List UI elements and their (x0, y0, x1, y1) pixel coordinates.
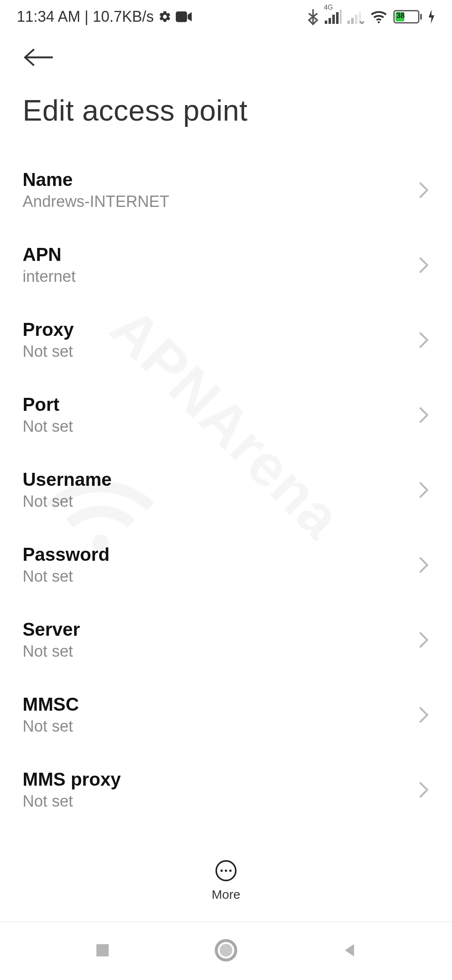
svg-rect-7 (347, 21, 350, 24)
svg-point-14 (221, 869, 223, 872)
item-value: Not set (23, 567, 110, 585)
more-label: More (212, 887, 240, 902)
item-label: APN (23, 244, 76, 265)
item-value: Not set (23, 418, 73, 436)
svg-rect-17 (96, 944, 108, 956)
wifi-icon (370, 10, 388, 24)
item-username[interactable]: Username Not set (23, 452, 429, 527)
item-port[interactable]: Port Not set (23, 377, 429, 452)
item-label: Username (23, 469, 112, 490)
item-name[interactable]: Name Andrews-INTERNET (23, 152, 429, 227)
svg-point-15 (225, 869, 227, 872)
svg-point-16 (229, 869, 232, 872)
chevron-right-icon (418, 631, 429, 649)
arrow-left-icon (23, 46, 55, 69)
item-mms-proxy[interactable]: MMS proxy Not set (23, 752, 429, 827)
chevron-right-icon (418, 781, 429, 799)
item-password[interactable]: Password Not set (23, 527, 429, 602)
item-label: Port (23, 394, 73, 415)
svg-rect-9 (355, 15, 357, 24)
svg-rect-4 (332, 15, 335, 24)
status-bar: 11:34 AM | 10.7KB/s 4G 38 (0, 0, 452, 34)
svg-rect-2 (325, 21, 327, 24)
svg-rect-3 (329, 18, 331, 24)
svg-rect-6 (340, 10, 342, 24)
item-value: Not set (23, 717, 79, 735)
chevron-right-icon (418, 406, 429, 424)
chevron-right-icon (418, 481, 429, 499)
nav-home-button[interactable] (214, 939, 238, 964)
camera-icon (176, 10, 192, 23)
nav-recents-button[interactable] (93, 941, 112, 961)
chevron-right-icon (418, 181, 429, 199)
svg-rect-5 (336, 12, 339, 24)
android-nav-bar (0, 921, 452, 980)
item-mmsc[interactable]: MMSC Not set (23, 677, 429, 752)
circle-icon (214, 939, 238, 962)
item-value: internet (23, 268, 76, 286)
item-value: Not set (23, 493, 112, 511)
signal-4g-icon: 4G (325, 10, 342, 24)
status-time: 11:34 AM (17, 8, 80, 26)
bluetooth-icon (307, 8, 319, 25)
back-button[interactable] (23, 46, 55, 69)
item-value: Not set (23, 642, 80, 660)
item-label: Password (23, 544, 110, 565)
chevron-right-icon (418, 331, 429, 349)
square-icon (93, 941, 112, 959)
svg-point-11 (378, 21, 380, 23)
charging-icon (428, 10, 435, 24)
chevron-right-icon (418, 706, 429, 724)
status-sep: | (85, 8, 88, 26)
battery-icon: 38 (393, 10, 422, 23)
more-icon (214, 859, 238, 882)
item-label: MMSC (23, 694, 79, 715)
more-button[interactable]: More (212, 859, 240, 902)
chevron-right-icon (418, 256, 429, 274)
signal-nosim-icon (347, 10, 364, 24)
item-server[interactable]: Server Not set (23, 602, 429, 677)
item-label: Proxy (23, 319, 74, 340)
item-apn[interactable]: APN internet (23, 227, 429, 302)
item-value: Not set (23, 792, 121, 810)
svg-rect-1 (176, 11, 187, 22)
page-title: Edit access point (0, 70, 452, 152)
item-value: Andrews-INTERNET (23, 193, 170, 211)
item-label: Server (23, 619, 80, 640)
item-label: MMS proxy (23, 769, 121, 790)
item-proxy[interactable]: Proxy Not set (23, 302, 429, 377)
settings-list: Name Andrews-INTERNET APN internet Proxy… (0, 152, 452, 827)
status-speed: 10.7KB/s (92, 8, 154, 26)
item-label: Name (23, 169, 170, 190)
svg-point-19 (220, 944, 232, 957)
chevron-right-icon (418, 556, 429, 574)
triangle-left-icon (340, 941, 359, 959)
nav-back-button[interactable] (340, 941, 359, 961)
svg-rect-8 (351, 18, 354, 24)
item-value: Not set (23, 343, 74, 361)
gear-icon (158, 10, 172, 23)
